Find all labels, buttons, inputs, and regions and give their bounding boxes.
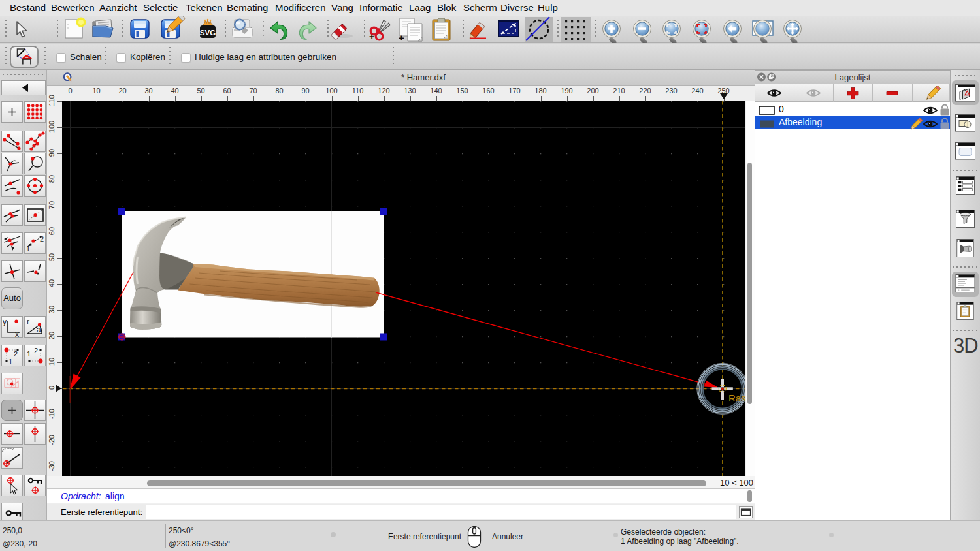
svg-text:1: 1 xyxy=(27,350,31,358)
svg-text:SVG: SVG xyxy=(200,29,216,37)
svg-text:x: x xyxy=(15,330,19,337)
svg-text:y: y xyxy=(3,317,7,326)
svg-text:r: r xyxy=(27,317,29,326)
svg-text:+: + xyxy=(369,31,374,42)
svg-text:+: + xyxy=(399,32,404,43)
svg-text:2: 2 xyxy=(34,347,38,354)
svg-text:Rast: Rast xyxy=(728,392,745,403)
svg-text:a: a xyxy=(37,325,41,334)
svg-text:2: 2 xyxy=(14,350,18,358)
svg-text:1: 1 xyxy=(8,358,12,366)
